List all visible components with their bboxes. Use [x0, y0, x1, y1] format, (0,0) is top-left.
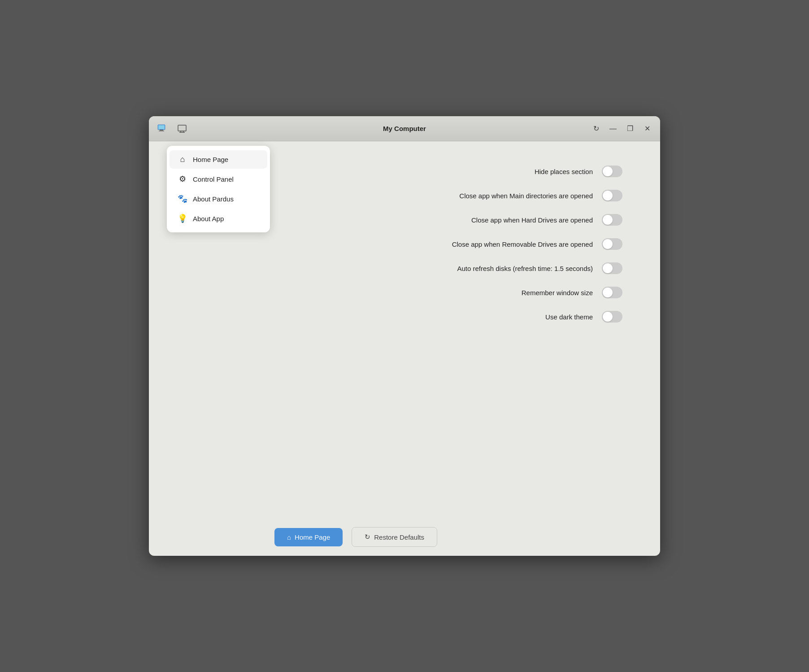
minimize-button[interactable]: — [605, 121, 621, 136]
about-app-icon: 💡 [178, 214, 187, 223]
about-pardus-icon: 🐾 [178, 194, 187, 204]
toggle-close-hard-drives[interactable] [602, 214, 622, 226]
setting-label-hide-places: Hide places section [535, 168, 593, 175]
bottom-buttons: ⌂ Home Page ↻ Restore Defaults [149, 514, 660, 556]
main-window: My Computer ↻ — ❐ ✕ ⌂ Home Page ⚙ Contro… [149, 116, 660, 556]
home-icon: ⌂ [178, 155, 187, 164]
setting-label-remember-window: Remember window size [522, 289, 593, 297]
setting-label-auto-refresh: Auto refresh disks (refresh time: 1.5 se… [457, 265, 593, 272]
close-button[interactable]: ✕ [639, 121, 655, 136]
app-icon-computer[interactable] [154, 121, 170, 137]
home-page-button-icon: ⌂ [287, 533, 291, 541]
window-controls: ↻ — ❐ ✕ [588, 121, 655, 136]
setting-row-remember-window: Remember window size [285, 280, 649, 305]
restore-defaults-button[interactable]: ↻ Restore Defaults [352, 527, 437, 547]
svg-rect-3 [158, 125, 165, 129]
control-panel-icon: ⚙ [178, 174, 187, 184]
titlebar: My Computer ↻ — ❐ ✕ [149, 116, 660, 141]
app-icon-display[interactable] [174, 121, 190, 137]
setting-row-auto-refresh: Auto refresh disks (refresh time: 1.5 se… [285, 256, 649, 280]
titlebar-app-icons [154, 121, 190, 137]
setting-label-close-removable: Close app when Removable Drives are open… [452, 240, 593, 248]
sidebar-menu: ⌂ Home Page ⚙ Control Panel 🐾 About Pard… [167, 146, 270, 232]
setting-row-hide-places: Hide places section [285, 159, 649, 183]
maximize-button[interactable]: ❐ [622, 121, 638, 136]
setting-label-dark-theme: Use dark theme [545, 313, 593, 321]
setting-label-close-main-dirs: Close app when Main directories are open… [459, 192, 593, 200]
restore-defaults-icon: ↻ [365, 533, 370, 541]
toggle-close-removable[interactable] [602, 238, 622, 250]
sidebar-item-about-pardus-label: About Pardus [193, 195, 234, 203]
sidebar-item-about-app[interactable]: 💡 About App [170, 209, 267, 228]
restore-defaults-label: Restore Defaults [374, 533, 424, 541]
toggle-remember-window[interactable] [602, 287, 622, 298]
toggle-dark-theme[interactable] [602, 311, 622, 323]
toggle-hide-places[interactable] [602, 166, 622, 177]
sidebar-item-control-panel-label: Control Panel [193, 175, 234, 183]
sidebar-item-home-page-label: Home Page [193, 156, 228, 163]
setting-row-close-main-dirs: Close app when Main directories are open… [285, 183, 649, 208]
refresh-button[interactable]: ↻ [588, 121, 604, 136]
window-title: My Computer [383, 125, 426, 132]
sidebar-item-control-panel[interactable]: ⚙ Control Panel [170, 170, 267, 188]
content-area: ⌂ Home Page ⚙ Control Panel 🐾 About Pard… [149, 141, 660, 514]
toggle-auto-refresh[interactable] [602, 262, 622, 274]
setting-label-close-hard-drives: Close app when Hard Drives are opened [471, 216, 593, 224]
sidebar-item-home-page[interactable]: ⌂ Home Page [170, 150, 267, 169]
svg-rect-2 [159, 131, 164, 131]
settings-list: Hide places section Close app when Main … [285, 159, 649, 329]
setting-row-dark-theme: Use dark theme [285, 305, 649, 329]
svg-rect-1 [160, 130, 163, 131]
home-page-button[interactable]: ⌂ Home Page [274, 528, 343, 546]
sidebar-item-about-pardus[interactable]: 🐾 About Pardus [170, 189, 267, 208]
setting-row-close-removable: Close app when Removable Drives are open… [285, 232, 649, 256]
sidebar-item-about-app-label: About App [193, 215, 224, 223]
setting-row-close-hard-drives: Close app when Hard Drives are opened [285, 208, 649, 232]
svg-rect-4 [178, 125, 186, 131]
toggle-close-main-dirs[interactable] [602, 190, 622, 201]
home-page-button-label: Home Page [295, 533, 330, 541]
